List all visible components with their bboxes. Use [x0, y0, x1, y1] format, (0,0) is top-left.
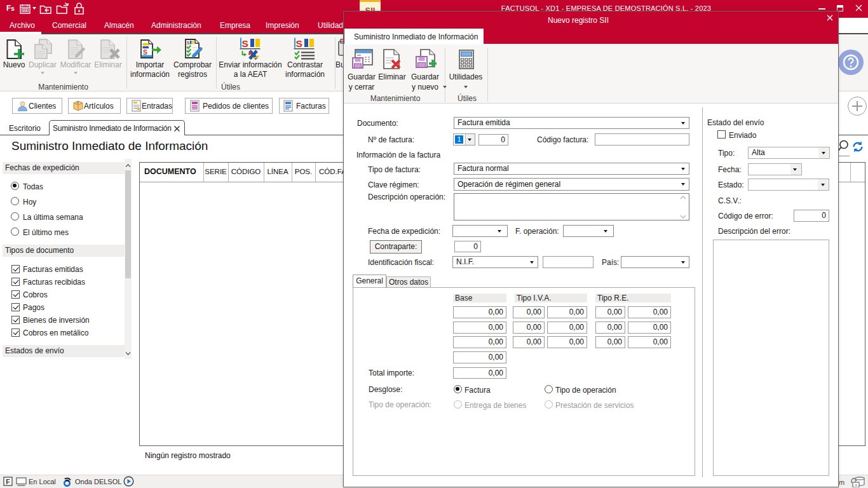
svg-text:S: S [143, 48, 147, 56]
svg-text:S: S [187, 40, 191, 46]
svg-text:S: S [296, 38, 302, 49]
svg-text:S: S [242, 38, 248, 49]
svg-text:F: F [6, 478, 10, 485]
